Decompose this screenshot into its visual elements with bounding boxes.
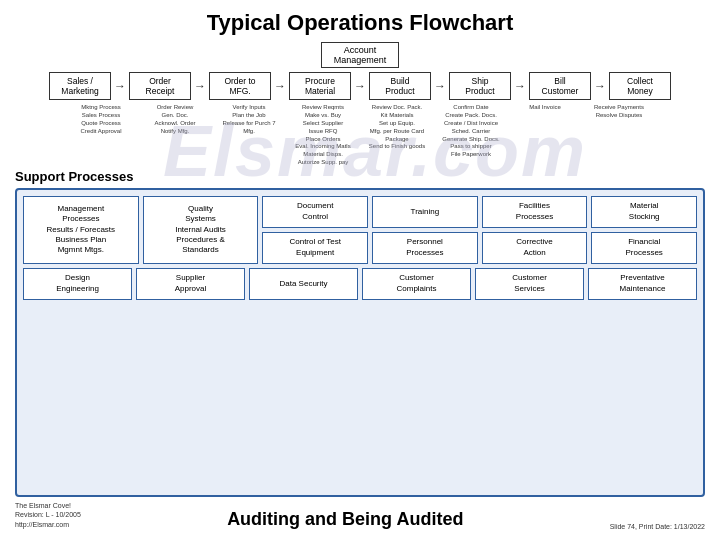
arrow-5: →: [433, 72, 447, 100]
support-preventative: PreventativeMaintenance: [588, 268, 697, 300]
support-data-security: Data Security: [249, 268, 358, 300]
footer-slide-info: Slide 74, Print Date: 1/13/2022: [610, 523, 705, 530]
process-build: BuildProduct: [369, 72, 431, 100]
process-bill: BillCustomer: [529, 72, 591, 100]
sub-invoice: Mail Invoice: [514, 104, 576, 112]
support-corrective: CorrectiveAction: [482, 232, 588, 264]
sub-collect: Receive PaymentsResolve Disputes: [588, 104, 650, 120]
arrow-4: →: [353, 72, 367, 100]
support-row-2: DesignEngineering SupplierApproval Data …: [23, 268, 697, 300]
support-facilities: FacilitiesProcesses: [482, 196, 588, 228]
support-row-1: ManagementProcessesResults / ForecastsBu…: [23, 196, 697, 264]
arrow-6: →: [513, 72, 527, 100]
arrow-3: →: [273, 72, 287, 100]
arrow-7: →: [593, 72, 607, 100]
arrow-2: →: [193, 72, 207, 100]
footer: The Elsmar Cove! Revision: L - 10/2005 h…: [15, 501, 705, 530]
support-design: DesignEngineering: [23, 268, 132, 300]
footer-revision: Revision: L - 10/2005: [15, 511, 81, 518]
process-procure: ProcureMaterial: [289, 72, 351, 100]
sub-procure: Review ReqmtsMake vs. BuySelect Supplier…: [292, 104, 354, 166]
sub-mfg: Verify InputsPlan the JobRelease for Pur…: [218, 104, 280, 135]
support-material-stocking: MaterialStocking: [591, 196, 697, 228]
process-order-receipt: OrderReceipt: [129, 72, 191, 100]
sub-text-row: Mktng ProcessSales ProcessQuote ProcessC…: [15, 104, 705, 166]
footer-url: http://Elsmar.com: [15, 521, 69, 528]
process-order-mfg: Order toMFG.: [209, 72, 271, 100]
sub-ship: Confirm DateCreate Pack. Docs.Create / D…: [440, 104, 502, 159]
support-title: Support Processes: [15, 169, 705, 184]
process-sales: Sales /Marketing: [49, 72, 111, 100]
support-document-control: DocumentControl: [262, 196, 368, 228]
arrow-1: →: [113, 72, 127, 100]
support-customer-services: CustomerServices: [475, 268, 584, 300]
support-management: ManagementProcessesResults / ForecastsBu…: [23, 196, 139, 264]
process-collect: CollectMoney: [609, 72, 671, 100]
sub-build: Review Doc. Pack.Kit MaterialsSet up Equ…: [366, 104, 428, 151]
support-training: Training: [372, 196, 478, 228]
account-management-box: AccountManagement: [321, 42, 400, 68]
support-customer-complaints: CustomerComplaints: [362, 268, 471, 300]
process-flow-row: Sales /Marketing → OrderReceipt → Order …: [15, 72, 705, 100]
support-quality: QualitySystemsInternal AuditsProcedures …: [143, 196, 259, 264]
support-grid: ManagementProcessesResults / ForecastsBu…: [23, 196, 697, 300]
support-supplier: SupplierApproval: [136, 268, 245, 300]
sub-order: Order ReviewGen. Doc.Acknowl. OrderNotif…: [144, 104, 206, 135]
process-ship: ShipProduct: [449, 72, 511, 100]
sub-sales: Mktng ProcessSales ProcessQuote ProcessC…: [70, 104, 132, 135]
page-title: Typical Operations Flowchart: [15, 10, 705, 36]
support-personnel: PersonnelProcesses: [372, 232, 478, 264]
footer-center-title: Auditing and Being Audited: [81, 509, 610, 530]
support-test-equipment: Control of TestEquipment: [262, 232, 368, 264]
footer-org: The Elsmar Cove!: [15, 502, 71, 509]
support-financial: FinancialProcesses: [591, 232, 697, 264]
support-section: ManagementProcessesResults / ForecastsBu…: [15, 188, 705, 497]
footer-left: The Elsmar Cove! Revision: L - 10/2005 h…: [15, 501, 81, 530]
